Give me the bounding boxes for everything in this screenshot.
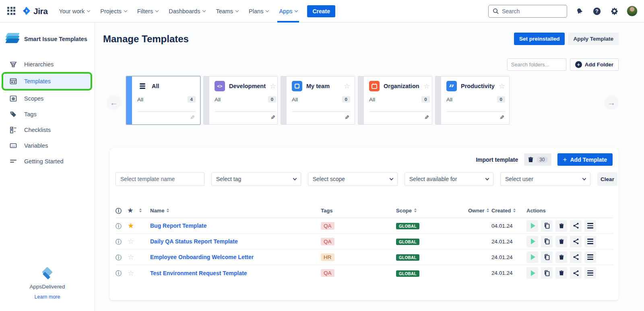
- carousel-prev-button[interactable]: ←: [107, 95, 121, 110]
- edit-pencil-icon[interactable]: ✎: [500, 114, 504, 121]
- share-template-button[interactable]: [570, 267, 582, 279]
- run-template-button[interactable]: [526, 220, 538, 232]
- folder-card-organization[interactable]: Organization ☆ All 0 ✎: [358, 76, 432, 125]
- run-template-button[interactable]: [526, 267, 538, 279]
- folder-card-my-team[interactable]: My team ☆ All 0 ✎: [281, 76, 355, 125]
- column-owner[interactable]: Owner: [468, 208, 491, 214]
- folder-card-development[interactable]: <> Development ☆ All 0 ✎: [203, 76, 278, 125]
- sidebar-item-getting-started[interactable]: Getting Started: [0, 153, 95, 169]
- sidebar-item-tags[interactable]: Tags: [0, 106, 95, 122]
- more-menu-button[interactable]: [584, 251, 596, 263]
- info-icon[interactable]: ⓘ: [116, 239, 128, 245]
- nav-apps[interactable]: Apps: [279, 0, 297, 23]
- copy-template-button[interactable]: [541, 236, 553, 247]
- template-name-link[interactable]: Bug Report Template: [150, 222, 321, 229]
- edit-pencil-icon[interactable]: ✎: [270, 114, 275, 121]
- folder-card-productivity[interactable]: ” Productivity ☆ All 0 ✎: [435, 76, 510, 125]
- star-icon[interactable]: ☆: [499, 82, 505, 90]
- favorite-star-icon[interactable]: ☆: [128, 253, 138, 261]
- delete-template-button[interactable]: [555, 267, 567, 279]
- sidebar-item-hierarchies[interactable]: Hierarchies: [0, 56, 95, 72]
- template-name-link[interactable]: Daily QA Status Report Template: [150, 238, 321, 245]
- sidebar-item-scopes[interactable]: Scopes: [0, 91, 95, 106]
- user-filter-select[interactable]: Select user: [500, 172, 590, 186]
- app-switcher-icon[interactable]: [7, 7, 16, 16]
- search-folders-input[interactable]: [507, 58, 566, 71]
- copy-template-button[interactable]: [541, 220, 553, 232]
- tag-filter-select[interactable]: Select tag: [211, 172, 301, 186]
- help-icon[interactable]: ?: [592, 6, 602, 16]
- favorite-sort[interactable]: [138, 208, 150, 212]
- delete-template-button[interactable]: [555, 236, 567, 247]
- import-template-link[interactable]: Import template: [476, 157, 518, 163]
- add-folder-button[interactable]: + Add Folder: [570, 58, 619, 71]
- star-icon[interactable]: ☆: [270, 82, 276, 90]
- table-row: ⓘ ☆ Employee Onboarding Welcome Letter H…: [116, 249, 613, 265]
- global-search[interactable]: [488, 5, 567, 18]
- scope-filter-select[interactable]: Select scope: [308, 172, 398, 186]
- share-template-button[interactable]: [570, 236, 582, 247]
- carousel-next-button[interactable]: →: [604, 95, 619, 110]
- set-preinstalled-button[interactable]: Set preinstalled: [514, 33, 565, 45]
- available-for-filter-select[interactable]: Select available for: [405, 172, 493, 186]
- folder-strip: [281, 76, 287, 124]
- template-name-link[interactable]: Test Environment Request Template: [150, 270, 321, 276]
- star-icon[interactable]: ☆: [423, 82, 430, 90]
- info-icon[interactable]: ⓘ: [116, 270, 128, 276]
- column-scope[interactable]: Scope: [396, 208, 468, 214]
- nav-projects[interactable]: Projects: [100, 0, 126, 23]
- run-template-button[interactable]: [526, 251, 538, 263]
- search-icon: [493, 8, 499, 14]
- apply-template-button[interactable]: Apply Template: [568, 33, 619, 45]
- create-button[interactable]: Create: [307, 5, 335, 17]
- more-menu-button[interactable]: [584, 236, 596, 247]
- edit-pencil-icon[interactable]: ✎: [345, 114, 349, 121]
- nav-plans[interactable]: Plans: [249, 0, 268, 23]
- folders-toolbar: + Add Folder: [507, 58, 619, 71]
- nav-teams[interactable]: Teams: [216, 0, 238, 23]
- nav-dashboards[interactable]: Dashboards: [169, 0, 205, 23]
- info-icon[interactable]: ⓘ: [116, 223, 128, 229]
- column-created[interactable]: Created: [491, 208, 526, 214]
- folder-card-all[interactable]: All All 4 ✎: [126, 76, 200, 125]
- sidebar-item-variables[interactable]: (x) Variables: [0, 138, 95, 153]
- edit-pencil-icon[interactable]: ✎: [424, 114, 429, 121]
- sidebar-item-templates[interactable]: Templates: [3, 74, 91, 89]
- sidebar-item-checklists[interactable]: Checklists: [0, 122, 95, 138]
- share-template-button[interactable]: [570, 220, 582, 232]
- nav-your-work[interactable]: Your work: [59, 0, 90, 23]
- template-name-filter-input[interactable]: [116, 172, 204, 186]
- more-menu-button[interactable]: [584, 267, 596, 279]
- favorite-star-icon[interactable]: ★: [128, 222, 138, 229]
- hierarchies-icon: [9, 60, 17, 68]
- jira-logo[interactable]: Jira: [22, 6, 47, 16]
- template-name-link[interactable]: Employee Onboarding Welcome Letter: [150, 254, 321, 260]
- user-avatar[interactable]: [627, 6, 638, 16]
- settings-gear-icon[interactable]: [609, 6, 619, 16]
- search-input[interactable]: [502, 8, 558, 14]
- column-name[interactable]: Name: [150, 208, 321, 214]
- run-template-button[interactable]: [526, 236, 538, 247]
- edit-pencil-icon[interactable]: ✎: [190, 114, 195, 121]
- share-template-button[interactable]: [570, 251, 582, 263]
- delete-template-button[interactable]: [555, 220, 567, 232]
- bulk-trash-button[interactable]: 30: [524, 153, 551, 166]
- tag-badge: HR: [321, 253, 334, 261]
- more-menu-button[interactable]: [584, 220, 596, 232]
- info-icon[interactable]: ⓘ: [116, 254, 128, 260]
- favorite-star-icon[interactable]: ☆: [128, 270, 138, 277]
- copy-template-button[interactable]: [541, 267, 553, 279]
- chevron-down-icon: [295, 8, 298, 12]
- star-icon[interactable]: ☆: [344, 82, 350, 90]
- notifications-bell-icon[interactable]: [575, 6, 584, 16]
- select-value: Select available for: [409, 176, 457, 182]
- learn-more-link[interactable]: Learn more: [0, 294, 95, 300]
- favorite-star-icon[interactable]: ☆: [128, 238, 138, 245]
- scope-badge: GLOBAL: [396, 270, 419, 277]
- clear-filters-button[interactable]: Clear: [597, 172, 617, 186]
- nav-filters[interactable]: Filters: [137, 0, 158, 23]
- add-template-label: Add Template: [570, 157, 607, 163]
- add-template-button[interactable]: + Add Template: [557, 153, 613, 166]
- delete-template-button[interactable]: [555, 251, 567, 263]
- copy-template-button[interactable]: [541, 251, 553, 263]
